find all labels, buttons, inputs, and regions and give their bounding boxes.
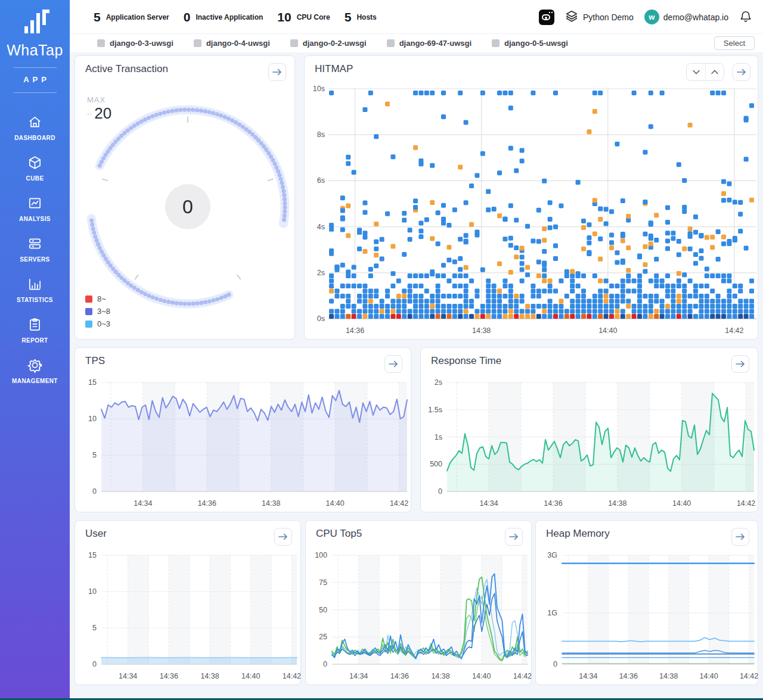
agent-checkbox[interactable] [194, 39, 201, 47]
svg-text:14:36: 14:36 [160, 672, 178, 680]
agent-item[interactable]: django-0-2-uwsgi [290, 39, 367, 48]
sidebar-item-label: DASHBOARD [0, 135, 70, 141]
dark-mode-icon[interactable] [539, 10, 554, 25]
notifications-bell-icon[interactable] [739, 9, 752, 26]
agent-checkbox[interactable] [387, 39, 395, 47]
gear-icon [0, 357, 70, 374]
panel-hitmap: HITMAP 10s8s6s4s2s0s14:3614:3814:4014:42 [304, 55, 758, 340]
svg-text:0: 0 [92, 487, 97, 496]
tps-chart: 15105014:3414:3614:3814:4014:42 [75, 348, 412, 513]
metric-label: CPU Core [297, 13, 330, 21]
sidebar-item-label: STATISTICS [0, 297, 70, 303]
divider [14, 92, 57, 93]
agent-checkbox[interactable] [97, 39, 105, 47]
metric-value: 0 [184, 10, 191, 24]
agent-item[interactable]: django-0-5-uwsgi [492, 39, 568, 48]
whatap-logo-icon[interactable] [20, 5, 51, 41]
svg-text:14:42: 14:42 [390, 499, 408, 508]
svg-text:14:38: 14:38 [472, 326, 491, 335]
metric-value: 5 [345, 10, 352, 24]
legend-item: 3~8 [85, 307, 110, 316]
svg-text:0: 0 [182, 196, 193, 217]
metric-hosts: 5Hosts [345, 10, 377, 24]
metric-value: 10 [277, 10, 291, 24]
analysis-icon [0, 195, 70, 212]
agent-checkbox[interactable] [492, 39, 500, 47]
home-icon [0, 114, 70, 131]
metric-application-server: 5Application Server [94, 10, 169, 24]
sidebar-item-cube[interactable]: CUBE [0, 155, 70, 182]
sidebar-item-statistics[interactable]: STATISTICS [0, 276, 70, 303]
svg-text:14:38: 14:38 [200, 672, 219, 680]
brand-name: WhaTap [0, 42, 70, 59]
panel-response-time: Response Time 2s1.5s1s500014:3414:3614:3… [420, 347, 758, 512]
svg-text:14:38: 14:38 [262, 499, 280, 508]
legend-label: 3~8 [97, 307, 110, 316]
svg-text:14:38: 14:38 [659, 672, 678, 680]
project-selector[interactable]: Python Demo [565, 10, 634, 24]
metric-inactive-application: 0Inactive Application [184, 10, 263, 24]
servers-icon [0, 236, 70, 253]
agent-label: django-0-5-uwsgi [504, 39, 568, 48]
svg-text:10: 10 [88, 587, 97, 596]
svg-text:14:34: 14:34 [349, 672, 368, 680]
sidebar-item-label: MANAGEMENT [0, 378, 70, 384]
svg-text:1s: 1s [435, 433, 442, 441]
gauge-legend: 8~3~80~3 [85, 291, 110, 328]
svg-text:14:36: 14:36 [544, 499, 562, 508]
svg-text:14:36: 14:36 [390, 672, 409, 680]
agent-checkbox[interactable] [290, 39, 298, 47]
svg-text:14:34: 14:34 [479, 499, 498, 508]
legend-item: 8~ [85, 294, 110, 303]
svg-text:14:36: 14:36 [346, 326, 364, 335]
agent-item[interactable]: django-0-4-uwsgi [194, 39, 270, 48]
sidebar-item-analysis[interactable]: ANALYSIS [0, 195, 70, 222]
statistics-icon [0, 276, 70, 293]
svg-text:0: 0 [438, 487, 442, 496]
response-time-chart: 2s1.5s1s500014:3414:3614:3814:4014:42 [421, 348, 759, 513]
svg-text:50: 50 [319, 606, 327, 614]
svg-text:14:40: 14:40 [699, 672, 718, 680]
sidebar-item-dashboard[interactable]: DASHBOARD [0, 114, 70, 141]
svg-text:500: 500 [430, 460, 442, 468]
svg-text:14:38: 14:38 [608, 499, 626, 508]
svg-text:14:34: 14:34 [134, 499, 152, 508]
legend-label: 8~ [97, 294, 106, 303]
select-button[interactable]: Select [714, 36, 755, 50]
agent-item[interactable]: django-0-3-uwsgi [97, 39, 173, 48]
panel-tps: TPS 15105014:3414:3614:3814:4014:42 [75, 347, 411, 512]
legend-swatch [85, 321, 92, 328]
svg-text:2s: 2s [435, 378, 442, 387]
hitmap-chart[interactable]: 10s8s6s4s2s0s14:3614:3814:4014:42 [305, 56, 759, 340]
metric-label: Application Server [106, 13, 169, 21]
svg-text:4s: 4s [317, 223, 325, 231]
sidebar-nav: DASHBOARDCUBEANALYSISSERVERSSTATISTICSRE… [0, 114, 70, 384]
sidebar-item-servers[interactable]: SERVERS [0, 236, 70, 263]
agent-label: django-0-2-uwsgi [303, 39, 367, 48]
svg-text:14:36: 14:36 [198, 499, 216, 508]
sidebar-item-label: SERVERS [0, 256, 70, 263]
cpu-top5-chart: 100755025014:3414:3614:3814:4014:42 [306, 521, 532, 686]
account-email: demo@whatap.io [663, 13, 728, 22]
svg-text:14:40: 14:40 [241, 672, 260, 680]
account[interactable]: w demo@whatap.io [644, 10, 728, 24]
legend-swatch [85, 295, 92, 303]
panel-user: User 15105014:3414:3614:3814:4014:42 [75, 520, 301, 685]
whatap-app-dashboard: WhaTap APP DASHBOARDCUBEANALYSISSERVERSS… [0, 0, 763, 700]
sidebar-item-report[interactable]: REPORT [0, 317, 70, 344]
layers-icon [565, 10, 578, 24]
sidebar-item-management[interactable]: MANAGEMENT [0, 357, 70, 384]
avatar: w [644, 10, 659, 24]
metric-label: Inactive Application [196, 13, 263, 21]
svg-text:1.5s: 1.5s [428, 406, 442, 414]
agent-item[interactable]: django-69-47-uwsgi [387, 39, 472, 48]
project-name: Python Demo [583, 13, 634, 22]
legend-swatch [85, 308, 92, 315]
svg-text:2s: 2s [317, 269, 325, 277]
svg-text:14:34: 14:34 [579, 672, 597, 680]
divider [14, 67, 57, 68]
panel-heap-memory: Heap Memory 3G1G014:3414:3614:3814:4014:… [535, 520, 758, 685]
agent-filter-bar: django-0-3-uwsgidjango-0-4-uwsgidjango-0… [70, 34, 763, 52]
product-name: APP [0, 75, 70, 84]
agent-filter: django-0-3-uwsgidjango-0-4-uwsgidjango-0… [97, 34, 568, 52]
